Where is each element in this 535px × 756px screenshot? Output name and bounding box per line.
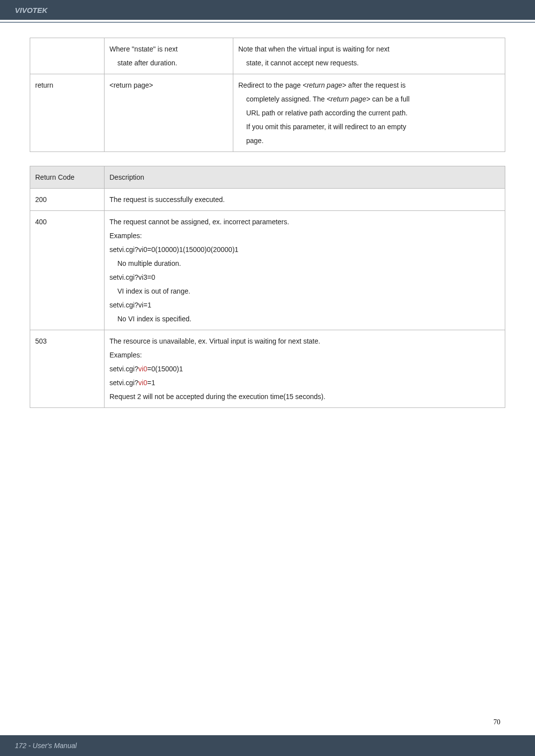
text: state after duration. (109, 56, 177, 70)
cell: The request is successfully executed. (105, 189, 505, 211)
text: Note that when the virtual input is wait… (238, 45, 389, 53)
cell: The request cannot be assigned, ex. inco… (105, 211, 505, 330)
text: No multiple duration. (109, 256, 181, 270)
text: Redirect to the page (238, 81, 303, 89)
text: VI index is out of range. (109, 284, 190, 298)
cell: return (30, 74, 105, 152)
return-code-table: Return Code Description 200 The request … (30, 166, 505, 408)
cell: Note that when the virtual input is wait… (233, 38, 505, 74)
text: setvi.cgi?vi0=1 (109, 379, 155, 387)
text: state, it cannot accept new requests. (238, 56, 359, 70)
page-number: 70 (493, 718, 500, 726)
footer-text: 172 - User's Manual (15, 742, 77, 750)
table-row: 503 The resource is unavailable, ex. Vir… (30, 330, 505, 408)
text: after the request is (346, 81, 406, 89)
cell: <return page> (105, 74, 233, 152)
cell: Where "nstate" is next state after durat… (105, 38, 233, 74)
table-row: return <return page> Redirect to the pag… (30, 74, 505, 152)
cell: 503 (30, 330, 105, 408)
header-cell: Return Code (30, 166, 105, 189)
text: The request cannot be assigned, ex. inco… (109, 218, 289, 226)
page-content: Where "nstate" is next state after durat… (0, 23, 535, 408)
text: page. (238, 134, 264, 148)
text: The resource is unavailable, ex. Virtual… (109, 337, 320, 345)
text: setvi.cgi?vi0=0(10000)1(15000)0(20000)1 (109, 246, 238, 253)
cell: 200 (30, 189, 105, 211)
table-row: Where "nstate" is next state after durat… (30, 38, 505, 74)
header-bar: VIVOTEK (0, 0, 535, 20)
cell: 400 (30, 211, 105, 330)
text: No VI index is specified. (109, 312, 191, 326)
text-italic: <return page> (303, 81, 346, 89)
cell: Redirect to the page <return page> after… (233, 74, 505, 152)
text: completely assigned. The <return page> c… (238, 92, 410, 106)
text: URL path or relative path according the … (238, 106, 408, 120)
footer-bar: 172 - User's Manual (0, 735, 535, 756)
cell (30, 38, 105, 74)
text: setvi.cgi?vi0=0(15000)1 (109, 365, 183, 373)
header-cell: Description (105, 166, 505, 189)
table-row: 400 The request cannot be assigned, ex. … (30, 211, 505, 330)
text: setvi.cgi?vi=1 (109, 301, 151, 309)
parameters-table: Where "nstate" is next state after durat… (30, 38, 505, 152)
table-header-row: Return Code Description (30, 166, 505, 189)
text: Examples: (109, 232, 142, 240)
text: Request 2 will not be accepted during th… (109, 393, 325, 401)
text: If you omit this parameter, it will redi… (238, 120, 406, 134)
text: Examples: (109, 351, 142, 359)
text: setvi.cgi?vi3=0 (109, 273, 155, 281)
brand-text: VIVOTEK (15, 6, 48, 14)
cell: The resource is unavailable, ex. Virtual… (105, 330, 505, 408)
text: Where "nstate" is next (109, 45, 178, 53)
table-row: 200 The request is successfully executed… (30, 189, 505, 211)
